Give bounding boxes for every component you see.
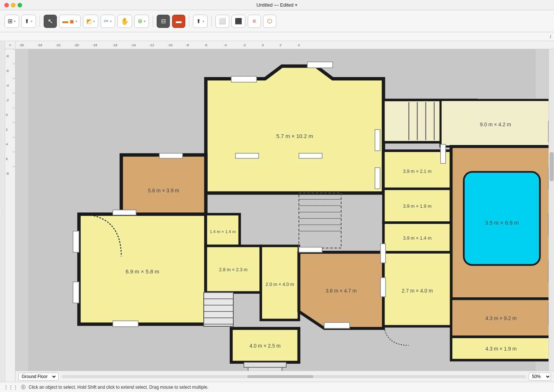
status-bar: ⋮⋮⋮ ⓪ Click an object to select. Hold Sh…	[0, 382, 554, 392]
svg-text:-18: -18	[92, 43, 97, 47]
traffic-lights	[4, 3, 22, 7]
svg-text:4.3 m × 9.2 m: 4.3 m × 9.2 m	[485, 315, 517, 321]
svg-text:3.5 m × 6.9 m: 3.5 m × 6.9 m	[485, 219, 519, 226]
svg-text:5.7 m × 10.2 m: 5.7 m × 10.2 m	[276, 133, 313, 139]
svg-text:-16: -16	[113, 43, 117, 47]
toolbar: ⊞ ▾ ⬆ ▾ ↖ ▬ ◼ ▾ ◩ ▾ ✂ ▾ ✋ ⊕ ▾ ⊟ ▬	[0, 10, 554, 32]
tools-button[interactable]: ✂ ▾	[101, 15, 115, 28]
chevron-down-icon: ▾	[93, 19, 95, 23]
floors-view-button[interactable]: ≡	[248, 15, 261, 28]
svg-text:0: 0	[6, 113, 8, 117]
svg-marker-36	[206, 66, 383, 193]
canvas-bg-row: 5.7 m × 10.2 m 9.0 m × 4.2 m	[15, 49, 554, 371]
walls-button[interactable]: ▬	[172, 15, 185, 28]
svg-text:-6: -6	[6, 69, 9, 73]
horizontal-scrollbar-track[interactable]	[62, 375, 526, 378]
title-dropdown-arrow[interactable]: ▾	[295, 2, 298, 8]
chevron-down-icon: ▾	[144, 19, 146, 23]
svg-text:9.0 m × 4.2 m: 9.0 m × 4.2 m	[480, 121, 511, 127]
sidebar-dots-icon-bottom: ⋮⋮⋮	[4, 384, 18, 390]
pan-tool-button[interactable]: ✋	[117, 15, 132, 28]
floor-select[interactable]: Ground Floor First Floor Second Floor	[20, 374, 57, 380]
horizontal-scrollbar-wrap	[62, 375, 526, 378]
svg-text:6.9 m × 5.8 m: 6.9 m × 5.8 m	[125, 268, 159, 275]
floor-plan-svg: 5.7 m × 10.2 m 9.0 m × 4.2 m	[15, 49, 548, 371]
svg-rect-81	[248, 367, 282, 371]
svg-text:-8: -8	[186, 43, 189, 47]
info-icon[interactable]: i	[550, 34, 551, 39]
svg-rect-80	[244, 362, 286, 367]
svg-text:2.7 m × 4.0 m: 2.7 m × 4.0 m	[402, 288, 433, 294]
svg-rect-99	[113, 321, 138, 327]
chevron-down-icon: ▾	[203, 19, 204, 23]
toolbar-separator-4	[211, 15, 212, 27]
vertical-scrollbar[interactable]	[548, 49, 554, 371]
svg-text:-2: -2	[243, 43, 246, 47]
pointer-tool-button[interactable]: ↖	[44, 15, 57, 28]
canvas-container: m -8 -6 -4 -2 0	[5, 41, 554, 382]
svg-text:6: 6	[6, 157, 8, 161]
svg-text:4.3 m × 1.9 m: 4.3 m × 1.9 m	[485, 346, 517, 352]
svg-text:-6: -6	[204, 43, 207, 47]
toolbar-separator	[40, 15, 40, 27]
svg-rect-97	[73, 231, 79, 253]
svg-rect-110	[113, 210, 136, 215]
zoom-select-wrap: 25% 50% 75% 100% 150%	[529, 373, 551, 381]
close-button[interactable]	[4, 3, 9, 7]
toolbar-separator-3	[189, 15, 189, 27]
svg-text:-10: -10	[168, 43, 172, 47]
svg-rect-100	[324, 323, 350, 329]
svg-rect-107	[299, 153, 322, 159]
svg-rect-66	[204, 293, 233, 326]
svg-rect-108	[380, 244, 386, 263]
svg-text:4: 4	[298, 43, 300, 47]
zoom-tool-button[interactable]: ⊕ ▾	[134, 15, 149, 28]
view-button[interactable]: ⊞ ▾	[4, 15, 19, 28]
view-3d-button[interactable]: ⬛	[232, 15, 245, 28]
export-button[interactable]: ⬆ ▾	[193, 15, 208, 28]
svg-text:2.0 m × 4.0 m: 2.0 m × 4.0 m	[266, 282, 294, 287]
svg-text:2: 2	[6, 128, 8, 131]
svg-rect-103	[375, 130, 380, 151]
svg-text:-2: -2	[6, 98, 9, 102]
ruler-unit-label: m	[9, 43, 11, 47]
canvas-top: m -8 -6 -4 -2 0	[5, 41, 554, 382]
svg-text:5.6 m × 3.9 m: 5.6 m × 3.9 m	[148, 188, 179, 193]
layers-button[interactable]: ◩ ▾	[83, 15, 98, 28]
share-button[interactable]: ⬆ ▾	[21, 15, 36, 28]
help-icon: ⓪	[21, 384, 26, 391]
svg-text:-20: -20	[74, 43, 79, 47]
svg-text:2.8 m × 2.3 m: 2.8 m × 2.3 m	[219, 267, 248, 272]
view-2d-button[interactable]: ⬜	[215, 15, 229, 28]
chevron-down-icon: ▾	[14, 19, 16, 23]
chevron-down-icon: ▾	[76, 19, 77, 23]
rooms-button[interactable]: ⊟	[157, 15, 170, 28]
ruler-corner: m	[5, 41, 15, 49]
main-area: ··· m -8 -6 -4	[0, 41, 554, 382]
chevron-down-icon: ▾	[31, 19, 33, 23]
svg-rect-54	[464, 172, 540, 265]
horizontal-scrollbar-thumb[interactable]	[247, 375, 313, 378]
vertical-ruler: -8 -6 -4 -2 0 2 4 6	[5, 49, 15, 382]
window-title: Untitled — Edited	[256, 2, 294, 8]
object-3d-button[interactable]: ⬡	[263, 15, 276, 28]
svg-rect-91	[307, 62, 333, 68]
svg-text:3.8 m × 4.7 m: 3.8 m × 4.7 m	[325, 288, 357, 294]
ruler-corner-area: m -8 -6 -4 -2 0	[5, 41, 15, 382]
sidebar-dots-icon: ···	[0, 209, 4, 214]
maximize-button[interactable]	[18, 3, 22, 7]
minimize-button[interactable]	[11, 3, 15, 7]
info-bar: i	[0, 32, 554, 41]
canvas-main: -26 -24 -22 -20 -18 -16 -14 -12 -10 -8 -…	[15, 41, 554, 382]
objects-button[interactable]: ▬ ◼ ▾	[59, 15, 81, 28]
vertical-scrollbar-thumb[interactable]	[550, 152, 554, 181]
sidebar-handle[interactable]: ···	[0, 41, 5, 382]
svg-text:-4: -4	[6, 84, 9, 87]
horizontal-ruler: -26 -24 -22 -20 -18 -16 -14 -12 -10 -8 -…	[15, 41, 554, 49]
svg-text:4: 4	[6, 142, 8, 146]
svg-rect-102	[375, 168, 380, 189]
zoom-select[interactable]: 25% 50% 75% 100% 150%	[529, 373, 551, 381]
svg-rect-104	[441, 144, 446, 163]
svg-text:-22: -22	[56, 43, 61, 47]
canvas-background[interactable]: 5.7 m × 10.2 m 9.0 m × 4.2 m	[15, 49, 548, 371]
